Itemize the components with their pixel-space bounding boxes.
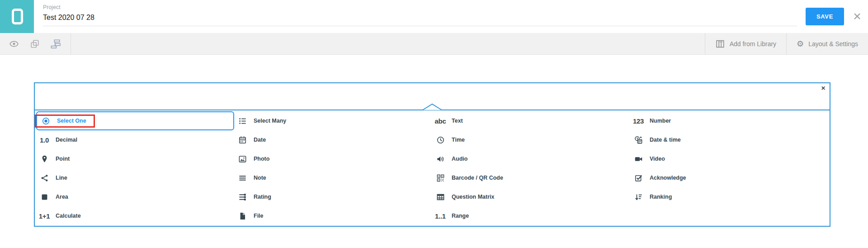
item-highlight-wrap: Note [235, 174, 266, 182]
question-type-panel: ✕ Select One Select Many abc Text 123 Nu… [34, 82, 830, 227]
ranking-icon [631, 193, 646, 201]
item-highlight-wrap: 123 Number [631, 117, 671, 125]
type-item-line[interactable]: Line [36, 168, 234, 187]
item-highlight-wrap: Select One [35, 114, 95, 128]
toolbar-spacer [71, 33, 705, 54]
type-item-ranking[interactable]: Ranking [630, 187, 828, 206]
abc-text-icon: abc [433, 117, 448, 125]
item-highlight-wrap: Rating [235, 193, 271, 201]
layout-settings-label: Layout & Settings [808, 40, 858, 48]
map-pin-icon [37, 155, 52, 163]
item-highlight-wrap: Acknowledge [631, 174, 686, 182]
type-item-question-matrix[interactable]: Question Matrix [432, 187, 630, 206]
app-logo [0, 0, 34, 33]
type-item-video[interactable]: Video [630, 149, 828, 168]
gear-icon: ⚙ [797, 40, 804, 48]
type-item-time[interactable]: Time [432, 130, 630, 149]
type-item-decimal[interactable]: 1.0 Decimal [36, 130, 234, 149]
type-item-date-time[interactable]: Date & time [630, 130, 828, 149]
form-logo-icon [12, 9, 23, 24]
toolbar-left-group [0, 33, 71, 54]
item-highlight-wrap: Question Matrix [433, 193, 494, 201]
item-highlight-wrap: Audio [433, 155, 467, 163]
type-item-rating[interactable]: Rating [234, 187, 432, 206]
table-grid-icon [433, 193, 448, 201]
speaker-icon [433, 155, 448, 163]
type-item-area[interactable]: Area [36, 187, 234, 206]
item-highlight-wrap: Photo [235, 155, 269, 163]
rating-bars-icon [235, 193, 250, 201]
type-item-number[interactable]: 123 Number [630, 111, 828, 130]
notes-icon [235, 174, 250, 182]
type-item-date[interactable]: Date [234, 130, 432, 149]
type-item-audio[interactable]: Audio [432, 149, 630, 168]
type-item-note[interactable]: Note [234, 168, 432, 187]
item-highlight-wrap: Select Many [235, 117, 286, 125]
item-highlight-wrap: 1.0 Decimal [37, 136, 77, 144]
type-item-file[interactable]: File [234, 206, 432, 225]
library-icon [715, 39, 725, 49]
project-field-group: Project [43, 4, 797, 26]
add-from-library-label: Add from Library [730, 40, 776, 48]
panel-close-icon[interactable]: ✕ [821, 85, 826, 91]
add-from-library-button[interactable]: Add from Library [705, 33, 786, 54]
item-highlight-wrap: Date [235, 136, 266, 144]
type-item-select-one[interactable]: Select One [36, 111, 234, 130]
item-highlight-wrap: Video [631, 155, 665, 163]
decimal-icon: 1.0 [37, 136, 52, 144]
type-item-acknowledge[interactable]: Acknowledge [630, 168, 828, 187]
toolbar: Add from Library ⚙ Layout & Settings [0, 33, 868, 55]
eye-icon[interactable] [9, 39, 19, 49]
item-highlight-wrap: 1+1 Calculate [37, 212, 81, 220]
copy-icon[interactable] [30, 39, 40, 49]
header: Project SAVE × [0, 0, 868, 33]
clock-icon [433, 136, 448, 144]
item-highlight-wrap: Area [37, 193, 68, 201]
video-camera-icon [631, 155, 646, 163]
list-icon [235, 117, 250, 125]
project-name-input[interactable] [43, 10, 797, 26]
question-type-grid: Select One Select Many abc Text 123 Numb… [36, 111, 828, 225]
checkbox-check-icon [631, 174, 646, 182]
save-button[interactable]: SAVE [806, 8, 844, 25]
item-highlight-wrap: File [235, 212, 264, 220]
type-item-photo[interactable]: Photo [234, 149, 432, 168]
type-item-text[interactable]: abc Text [432, 111, 630, 130]
number-123-icon: 123 [631, 117, 646, 125]
item-highlight-wrap: 1..1 Range [433, 212, 469, 220]
item-highlight-wrap: Date & time [631, 136, 681, 144]
item-highlight-wrap: Ranking [631, 193, 672, 201]
photo-icon [235, 155, 250, 163]
calculate-icon: 1+1 [37, 212, 52, 220]
range-icon: 1..1 [433, 212, 448, 220]
type-item-calculate[interactable]: 1+1 Calculate [36, 206, 234, 225]
date-time-icon [631, 136, 646, 144]
item-highlight-wrap: Point [37, 155, 70, 163]
type-item-barcode-qr-code[interactable]: Barcode / QR Code [432, 168, 630, 187]
popover-caret-icon [422, 103, 443, 110]
item-highlight-wrap: Line [37, 174, 67, 182]
layout-settings-button[interactable]: ⚙ Layout & Settings [786, 33, 868, 54]
share-icon [37, 174, 52, 182]
file-icon [235, 212, 250, 220]
qr-code-icon [433, 174, 448, 182]
type-item-select-many[interactable]: Select Many [234, 111, 432, 130]
flow-group-icon[interactable] [51, 39, 61, 49]
project-label: Project [43, 4, 797, 10]
type-item-point[interactable]: Point [36, 149, 234, 168]
radio-checked-icon [38, 117, 53, 125]
item-highlight-wrap: Barcode / QR Code [433, 174, 503, 182]
type-item-range[interactable]: 1..1 Range [432, 206, 630, 225]
close-icon[interactable]: × [849, 6, 865, 26]
item-highlight-wrap: abc Text [433, 117, 463, 125]
filled-square-icon [37, 193, 52, 201]
item-highlight-wrap: Time [433, 136, 465, 144]
calendar-icon [235, 136, 250, 144]
